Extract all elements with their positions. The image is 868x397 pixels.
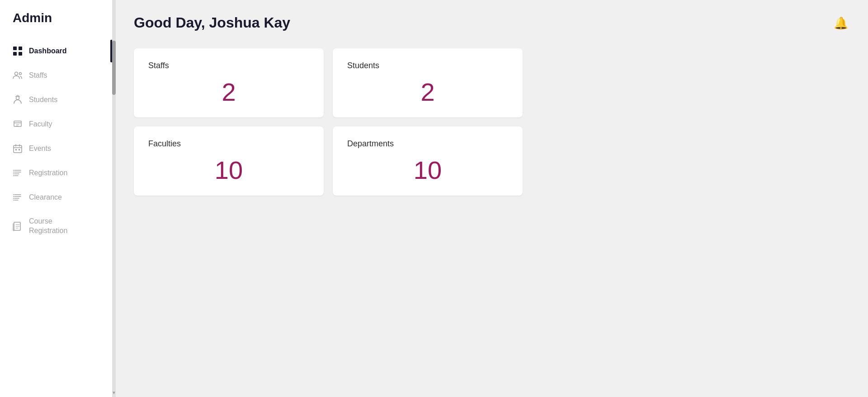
stat-card-value-staffs: 2: [148, 79, 309, 105]
scroll-arrows: ▼: [112, 390, 116, 397]
sidebar-item-label-course-registration: Course Registration: [29, 217, 67, 236]
sidebar-nav: Dashboard Staffs: [0, 40, 112, 242]
sidebar-scrollbar[interactable]: ▼: [112, 0, 116, 397]
sidebar-scrollbar-thumb[interactable]: [112, 41, 116, 95]
staffs-icon: [13, 70, 23, 80]
stat-card-label-faculties: Faculties: [148, 139, 309, 149]
sidebar-item-label-dashboard: Dashboard: [29, 47, 67, 56]
sidebar-item-students[interactable]: Students: [0, 89, 112, 111]
sidebar-item-events[interactable]: Events: [0, 137, 112, 160]
svg-rect-10: [19, 149, 20, 150]
svg-point-6: [16, 97, 19, 100]
svg-rect-8: [14, 145, 22, 153]
app-title: Admin: [0, 11, 112, 40]
stat-card-value-students: 2: [347, 79, 508, 105]
stat-card-value-faculties: 10: [148, 158, 309, 183]
sidebar-item-registration[interactable]: Registration: [0, 162, 112, 184]
main-content: Good Day, Joshua Kay 🔔 Staffs 2 Students…: [116, 0, 868, 397]
bell-icon: 🔔: [834, 16, 848, 30]
clearance-icon: [13, 192, 23, 202]
dashboard-icon: [13, 46, 23, 56]
sidebar-item-label-events: Events: [29, 144, 51, 154]
svg-point-5: [19, 73, 22, 75]
stats-grid: Staffs 2 Students 2 Faculties 10 Departm…: [134, 48, 523, 196]
stat-card-value-departments: 10: [347, 158, 508, 183]
svg-rect-3: [19, 52, 22, 56]
course-registration-icon: [13, 221, 23, 231]
sidebar-item-label-staffs: Staffs: [29, 71, 47, 80]
stat-card-staffs: Staffs 2: [134, 48, 324, 117]
stat-card-students: Students 2: [333, 48, 523, 117]
svg-rect-7: [14, 121, 21, 126]
stat-card-departments: Departments 10: [333, 126, 523, 196]
svg-point-4: [15, 72, 18, 75]
notification-button[interactable]: 🔔: [832, 14, 850, 32]
sidebar-item-label-registration: Registration: [29, 168, 67, 178]
sidebar: Admin Dashboard: [0, 0, 112, 397]
stat-card-label-departments: Departments: [347, 139, 508, 149]
sidebar-item-course-registration[interactable]: Course Registration: [0, 210, 112, 242]
sidebar-item-staffs[interactable]: Staffs: [0, 64, 112, 87]
sidebar-item-faculty[interactable]: Faculty: [0, 113, 112, 135]
svg-rect-2: [13, 52, 17, 56]
registration-icon: [13, 168, 23, 178]
sidebar-item-dashboard[interactable]: Dashboard: [0, 40, 112, 62]
stat-card-label-staffs: Staffs: [148, 61, 309, 70]
events-icon: [13, 144, 23, 154]
main-header: Good Day, Joshua Kay 🔔: [134, 14, 850, 32]
students-icon: [13, 95, 23, 105]
sidebar-item-clearance[interactable]: Clearance: [0, 186, 112, 209]
sidebar-item-label-clearance: Clearance: [29, 193, 62, 202]
svg-rect-9: [15, 149, 17, 150]
greeting-text: Good Day, Joshua Kay: [134, 14, 290, 31]
faculty-icon: [13, 119, 23, 129]
stat-card-faculties: Faculties 10: [134, 126, 324, 196]
sidebar-item-label-faculty: Faculty: [29, 120, 52, 129]
svg-rect-0: [13, 47, 17, 50]
stat-card-label-students: Students: [347, 61, 508, 70]
svg-rect-1: [19, 47, 22, 50]
sidebar-item-label-students: Students: [29, 95, 57, 105]
